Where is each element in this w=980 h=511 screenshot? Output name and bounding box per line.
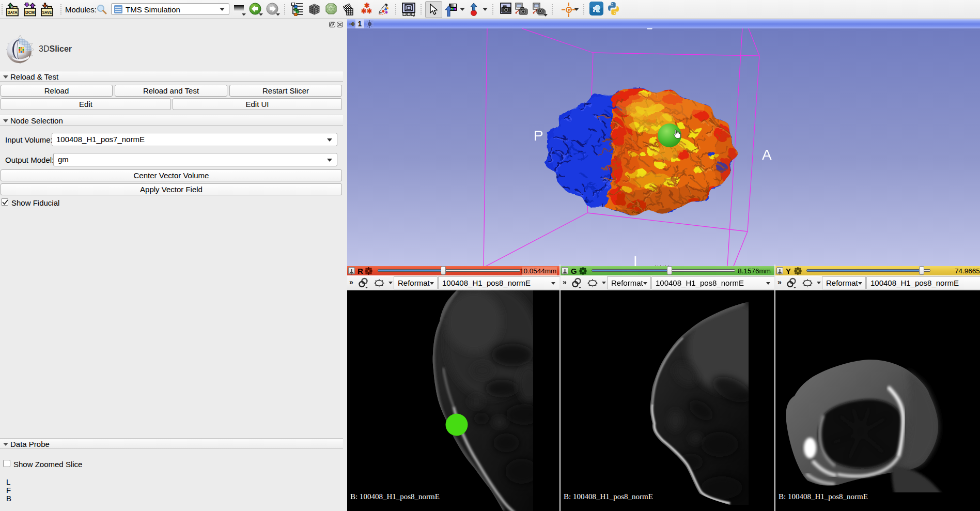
svg-text:DCM: DCM <box>25 10 35 15</box>
svg-text:B: 100408_H1_pos8_normE: B: 100408_H1_pos8_normE <box>564 492 653 501</box>
svg-text:P: P <box>534 128 543 144</box>
svg-text:B: 100408_H1_pos8_normE: B: 100408_H1_pos8_normE <box>779 492 868 501</box>
svg-text:DATA: DATA <box>8 10 18 15</box>
svg-text:B: 100408_H1_pos8_normE: B: 100408_H1_pos8_normE <box>350 492 440 501</box>
svg-text:✱: ✱ <box>361 7 367 15</box>
svg-text:I: I <box>633 253 637 266</box>
svg-text:✱: ✱ <box>367 7 371 15</box>
svg-text:SAVE: SAVE <box>42 10 52 15</box>
svg-text:A: A <box>762 147 772 163</box>
